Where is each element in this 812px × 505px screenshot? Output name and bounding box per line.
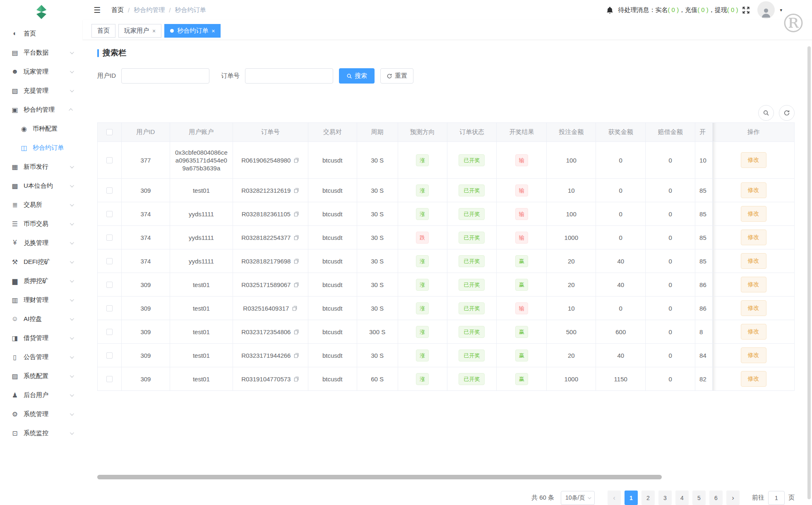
sidebar-item-admin-user[interactable]: ♟后台用户 [0,385,83,404]
cell-user-id: 309 [122,367,170,391]
sidebar-item-exchange[interactable]: ≣交易所 [0,195,83,214]
page-button-5[interactable]: 5 [692,491,706,505]
user-id-input[interactable] [121,68,209,84]
order-no-input[interactable] [245,68,333,84]
cell-open-clipped: 8 [695,320,713,344]
table-search-toggle-button[interactable] [758,105,774,121]
tab-home[interactable]: 首页 [91,24,115,38]
copy-icon[interactable] [293,282,299,288]
page-button-4[interactable]: 4 [675,491,689,505]
sidebar-item-sys-mgmt[interactable]: ⚙系统管理 [0,404,83,424]
copy-icon[interactable] [293,329,299,335]
sidebar-item-new-coin[interactable]: ▦新币发行 [0,157,83,176]
page-button-3[interactable]: 3 [658,491,672,505]
cell-period: 300 S [357,320,398,344]
jump-page-input[interactable] [768,491,785,505]
sidebar-item-player-mgmt[interactable]: ☻玩家管理 [0,62,83,81]
row-checkbox[interactable] [106,211,113,217]
sidebar-item-defi-mining[interactable]: ⚒DEFI挖矿 [0,252,83,271]
page-button-6[interactable]: 6 [709,491,723,505]
edit-button[interactable]: 修改 [741,182,766,198]
sidebar-item-platform-data[interactable]: ▤平台数据 [0,43,83,62]
edit-button[interactable]: 修改 [741,324,766,340]
table-empty-space [97,391,795,475]
sidebar-item-notice-mgmt[interactable]: ▯公告管理 [0,347,83,366]
sidebar-item-home[interactable]: ◐首页 [0,24,83,43]
copy-icon[interactable] [292,305,298,311]
fullscreen-icon[interactable] [742,6,750,14]
sidebar-item-second-contract-mgmt[interactable]: ▣秒合约管理 [0,100,83,119]
sidebar-item-swap-mgmt[interactable]: ¥兑换管理 [0,233,83,252]
row-checkbox[interactable] [106,235,113,241]
sidebar-item-staking-mining[interactable]: ▆质押挖矿 [0,271,83,290]
copy-icon[interactable] [293,258,299,264]
tab-player-user[interactable]: 玩家用户× [118,24,161,38]
row-checkbox[interactable] [106,305,113,311]
chevron-down-icon [70,69,74,73]
copy-icon[interactable] [293,187,299,194]
page-size-select[interactable]: 10条/页 [561,491,595,505]
horizontal-scrollbar[interactable] [97,475,795,480]
cell-comp: 0 [646,142,695,179]
sidebar-item-label: 系统管理 [24,410,48,418]
close-icon[interactable]: × [211,28,215,34]
row-checkbox[interactable] [106,187,113,194]
table-row: 377 0x3cbfe0804086cea09635171d454e09a675… [98,142,795,179]
edit-button[interactable]: 修改 [741,253,766,269]
sidebar-item-u-contract[interactable]: ▩U本位合约 [0,176,83,195]
pending-message-text: 待处理消息：实名( 0 )，充值( 0 )，提现( 0 ) [618,6,738,14]
scrollbar-thumb[interactable] [97,475,662,479]
edit-button[interactable]: 修改 [741,206,766,222]
copy-icon[interactable] [293,157,299,163]
edit-button[interactable]: 修改 [741,371,766,387]
reset-button-label: 重置 [395,72,407,80]
next-page-button[interactable]: › [726,491,740,505]
edit-button[interactable]: 修改 [741,152,766,168]
copy-icon[interactable] [293,352,299,359]
select-all-checkbox[interactable] [106,129,113,135]
sidebar-item-deposit-withdraw[interactable]: ▧充提管理 [0,81,83,100]
sidebar-item-coin-config[interactable]: ◉币种配置 [0,119,83,138]
page-button-1[interactable]: 1 [625,491,638,505]
bell-icon[interactable] [606,6,614,14]
search-button[interactable]: 搜索 [339,68,375,84]
sidebar-item-ai-control[interactable]: ☺AI控盘 [0,309,83,328]
notice-icon: ▯ [11,353,19,361]
sidebar-item-label: U本位合约 [24,182,53,190]
edit-button[interactable]: 修改 [741,230,766,245]
row-checkbox[interactable] [106,329,113,335]
breadcrumb-home[interactable]: 首页 [111,6,124,14]
copy-icon[interactable] [293,376,299,382]
hamburger-icon[interactable]: ☰ [94,5,101,15]
direction-badge: 涨 [416,208,429,220]
row-checkbox[interactable] [106,258,113,264]
page-button-2[interactable]: 2 [641,491,655,505]
cell-account: test01 [170,320,233,344]
table-refresh-button[interactable] [779,105,795,121]
row-checkbox[interactable] [106,157,113,163]
avatar[interactable] [757,1,775,19]
sidebar-item-sys-config[interactable]: ▨系统配置 [0,366,83,385]
cell-account: test01 [170,297,233,320]
copy-icon[interactable] [293,235,299,241]
reset-button[interactable]: 重置 [380,68,413,84]
sidebar-item-coin-trade[interactable]: ☰币币交易 [0,214,83,233]
sidebar-item-lending-mgmt[interactable]: ◨借贷管理 [0,328,83,347]
prev-page-button[interactable]: ‹ [608,491,621,505]
row-checkbox[interactable] [106,376,113,382]
edit-button[interactable]: 修改 [741,277,766,292]
edit-button[interactable]: 修改 [741,347,766,363]
close-icon[interactable]: × [152,28,156,34]
vertical-scrollbar[interactable] [807,46,811,499]
row-checkbox[interactable] [106,352,113,359]
row-checkbox[interactable] [106,282,113,288]
cell-open-clipped: 10 [695,142,713,179]
table-row: 309 test01 R0323171944266 btcusdt 30 S 涨… [98,344,795,367]
sidebar-item-second-contract-order[interactable]: ◫秒合约订单 [0,138,83,157]
sidebar-item-sys-monitor[interactable]: ⊡系统监控 [0,424,83,443]
tab-second-contract-order[interactable]: 秒合约订单× [164,24,221,38]
sidebar-item-wealth-mgmt[interactable]: ▥理财管理 [0,290,83,309]
chevron-down-icon [70,412,74,416]
edit-button[interactable]: 修改 [741,300,766,316]
copy-icon[interactable] [293,211,299,217]
